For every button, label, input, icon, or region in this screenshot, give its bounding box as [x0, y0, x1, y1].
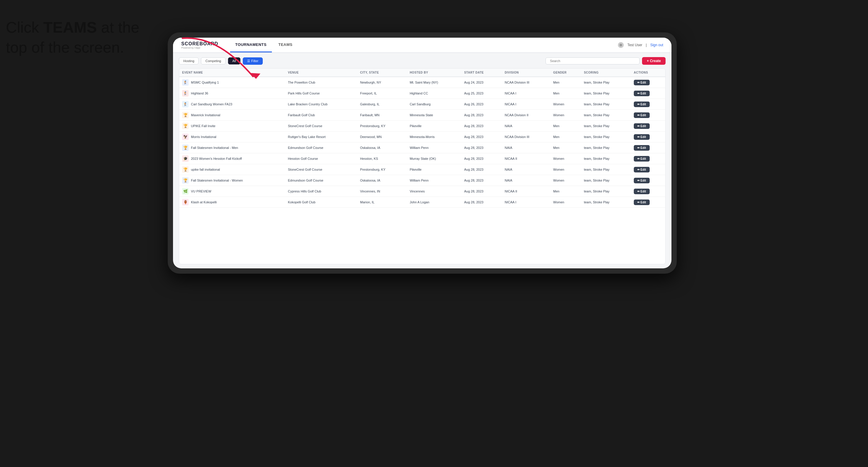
- edit-button-11[interactable]: ✏ Edit: [634, 199, 650, 205]
- event-name-text-9: Fall Statesmen Invitational - Women: [191, 179, 243, 182]
- scoring-cell-4: team, Stroke Play: [581, 121, 631, 131]
- city-cell-0: Newburgh, NY: [357, 77, 407, 88]
- competing-button[interactable]: Competing: [201, 57, 225, 64]
- event-icon-7: 🎓: [182, 155, 189, 162]
- venue-cell-11: Kokopelli Golf Club: [285, 197, 357, 208]
- event-name-cell-6: 🏆 Fall Statesmen Invitational - Men: [179, 143, 285, 153]
- event-name-cell-5: 🦅 Morris Invitational: [179, 131, 285, 143]
- table-row: 🏺 Klash at Kokopelli Kokopelli Golf Club…: [179, 197, 665, 208]
- event-name-cell-8: 🏆 upike fall invitational: [179, 164, 285, 175]
- tab-teams[interactable]: TEAMS: [273, 38, 298, 52]
- tournaments-table: EVENT NAME VENUE CITY, STATE HOSTED BY S…: [179, 68, 665, 264]
- division-cell-11: NICAA I: [502, 197, 550, 208]
- scoring-cell-0: team, Stroke Play: [581, 77, 631, 88]
- instruction-text: Click TEAMS at thetop of the screen.: [6, 18, 140, 57]
- gender-cell-1: Men: [550, 88, 581, 99]
- city-cell-9: Oskaloosa, IA: [357, 175, 407, 186]
- division-cell-5: NCAA Division III: [502, 131, 550, 143]
- table-header-row: EVENT NAME VENUE CITY, STATE HOSTED BY S…: [179, 68, 665, 77]
- division-cell-6: NAIA: [502, 143, 550, 153]
- hosting-button[interactable]: Hosting: [179, 57, 198, 64]
- venue-cell-9: Edmundson Golf Course: [285, 175, 357, 186]
- nav-tabs: TOURNAMENTS TEAMS: [230, 38, 298, 52]
- logo-area: SCOREBOARD Powered by Clippi: [181, 41, 218, 49]
- start-date-cell-3: Aug 28, 2023: [461, 110, 502, 121]
- edit-button-3[interactable]: ✏ Edit: [634, 113, 650, 118]
- venue-cell-2: Lake Bracken Country Club: [285, 99, 357, 110]
- hosted-by-cell-8: Pikeville: [407, 164, 461, 175]
- search-input[interactable]: [546, 57, 640, 64]
- edit-button-4[interactable]: ✏ Edit: [634, 123, 650, 129]
- filter-bar: Hosting Competing All ☰ Filter + Create: [179, 57, 665, 65]
- start-date-cell-5: Aug 28, 2023: [461, 131, 502, 143]
- logo-title: SCOREBOARD: [181, 41, 218, 46]
- edit-button-10[interactable]: ✏ Edit: [634, 189, 650, 194]
- edit-button-2[interactable]: ✏ Edit: [634, 101, 650, 107]
- logo-subtitle: Powered by Clippi: [181, 46, 218, 49]
- event-icon-0: 🏌️: [182, 79, 189, 86]
- col-gender: GENDER: [550, 68, 581, 77]
- city-cell-2: Galesburg, IL: [357, 99, 407, 110]
- gender-cell-8: Women: [550, 164, 581, 175]
- edit-button-0[interactable]: ✏ Edit: [634, 80, 650, 85]
- venue-cell-8: StoneCrest Golf Course: [285, 164, 357, 175]
- hosted-by-cell-2: Carl Sandburg: [407, 99, 461, 110]
- hosted-by-cell-5: Minnesota-Morris: [407, 131, 461, 143]
- edit-button-6[interactable]: ✏ Edit: [634, 145, 650, 151]
- city-cell-1: Freeport, IL: [357, 88, 407, 99]
- tablet-screen: SCOREBOARD Powered by Clippi TOURNAMENTS…: [173, 38, 672, 268]
- venue-cell-7: Hesston Golf Course: [285, 153, 357, 164]
- col-hosted-by: HOSTED BY: [407, 68, 461, 77]
- user-name: Test User: [627, 43, 642, 47]
- scoring-cell-6: team, Stroke Play: [581, 143, 631, 153]
- city-cell-11: Marion, IL: [357, 197, 407, 208]
- table-row: 🏌️ MSMC Qualifying 1 The Powelton Club N…: [179, 77, 665, 88]
- app-header: SCOREBOARD Powered by Clippi TOURNAMENTS…: [173, 38, 672, 53]
- actions-cell-8: ✏ Edit: [631, 164, 665, 175]
- filter-button[interactable]: ☰ Filter: [243, 57, 263, 65]
- division-cell-7: NICAA II: [502, 153, 550, 164]
- city-cell-3: Faribault, MN: [357, 110, 407, 121]
- settings-icon[interactable]: ⚙: [618, 42, 624, 48]
- scoring-cell-10: team, Stroke Play: [581, 186, 631, 197]
- event-name-text-2: Carl Sandburg Women FA23: [191, 102, 232, 106]
- col-division: DIVISION: [502, 68, 550, 77]
- event-name-cell-9: 🏆 Fall Statesmen Invitational - Women: [179, 175, 285, 186]
- city-cell-8: Prestonsburg, KY: [357, 164, 407, 175]
- event-icon-4: 🏆: [182, 123, 189, 129]
- all-button[interactable]: All: [228, 57, 240, 64]
- actions-cell-11: ✏ Edit: [631, 197, 665, 208]
- actions-cell-2: ✏ Edit: [631, 99, 665, 110]
- col-actions: ACTIONS: [631, 68, 665, 77]
- city-cell-7: Hesston, KS: [357, 153, 407, 164]
- gender-cell-6: Men: [550, 143, 581, 153]
- event-name-text-3: Maverick Invitational: [191, 113, 220, 117]
- create-button[interactable]: + Create: [642, 57, 665, 65]
- city-cell-10: Vincennes, IN: [357, 186, 407, 197]
- venue-cell-10: Cypress Hills Golf Club: [285, 186, 357, 197]
- scoring-cell-5: team, Stroke Play: [581, 131, 631, 143]
- edit-button-9[interactable]: ✏ Edit: [634, 178, 650, 183]
- tab-tournaments[interactable]: TOURNAMENTS: [230, 38, 272, 52]
- venue-cell-0: The Powelton Club: [285, 77, 357, 88]
- sign-out-link[interactable]: Sign out: [650, 43, 663, 47]
- venue-cell-1: Park Hills Golf Course: [285, 88, 357, 99]
- table-row: 🌿 VU PREVIEW Cypress Hills Golf Club Vin…: [179, 186, 665, 197]
- gender-cell-11: Women: [550, 197, 581, 208]
- header-right: ⚙ Test User | Sign out: [618, 42, 663, 48]
- edit-button-5[interactable]: ✏ Edit: [634, 134, 650, 140]
- venue-cell-6: Edmundson Golf Course: [285, 143, 357, 153]
- edit-button-1[interactable]: ✏ Edit: [634, 91, 650, 96]
- hosted-by-cell-9: William Penn: [407, 175, 461, 186]
- col-city-state: CITY, STATE: [357, 68, 407, 77]
- scoring-cell-9: team, Stroke Play: [581, 175, 631, 186]
- event-icon-9: 🏆: [182, 177, 189, 184]
- edit-button-7[interactable]: ✏ Edit: [634, 156, 650, 161]
- event-icon-5: 🦅: [182, 133, 189, 140]
- edit-button-8[interactable]: ✏ Edit: [634, 167, 650, 173]
- event-name-cell-4: 🏆 UPIKE Fall Invite: [179, 121, 285, 131]
- event-name-text-8: upike fall invitational: [191, 168, 220, 171]
- gender-cell-9: Women: [550, 175, 581, 186]
- gender-cell-10: Men: [550, 186, 581, 197]
- division-cell-10: NICAA II: [502, 186, 550, 197]
